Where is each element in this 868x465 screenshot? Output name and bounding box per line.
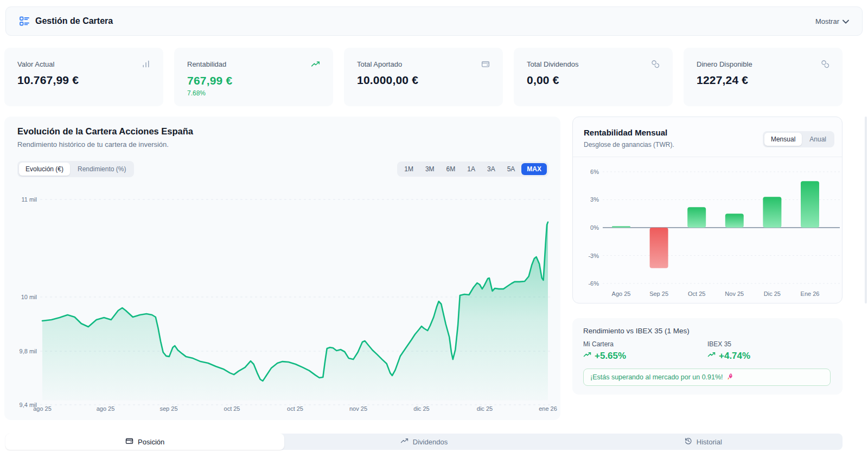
monthly-returns-chart: 6%3%0%-3%-6% Ago 25Sep 25Oct 25Nov 25Dic… bbox=[573, 159, 843, 301]
svg-text:oct 25: oct 25 bbox=[224, 405, 240, 412]
tab-historial[interactable]: Historial bbox=[564, 434, 843, 450]
outperforming-text: ¡Estás superando al mercado por un 0.91%… bbox=[590, 373, 723, 381]
svg-text:nov 25: nov 25 bbox=[349, 405, 367, 412]
stat-value: 767,99 € bbox=[187, 74, 320, 87]
svg-text:0%: 0% bbox=[590, 224, 599, 231]
svg-text:Ago 25: Ago 25 bbox=[612, 290, 631, 297]
show-label: Mostrar bbox=[815, 17, 839, 25]
trending-up-icon bbox=[583, 351, 591, 361]
svg-text:oct 25: oct 25 bbox=[287, 405, 303, 412]
wallet-icon bbox=[481, 60, 490, 68]
page-title: Gestión de Cartera bbox=[35, 16, 113, 26]
page-header: Gestión de Cartera Mostrar bbox=[5, 7, 863, 36]
stat-card-total-dividendos: Total Dividendos 0,00 € bbox=[514, 48, 673, 106]
stat-label: Total Dividendos bbox=[527, 60, 578, 68]
monthly-subtitle: Desglose de ganancias (TWR). bbox=[584, 141, 674, 148]
stat-value: 0,00 € bbox=[527, 74, 660, 87]
stat-value: 10.000,00 € bbox=[357, 74, 490, 87]
stat-value: 10.767,99 € bbox=[17, 74, 150, 87]
chevron-down-icon bbox=[843, 17, 849, 25]
stat-label: Total Aportado bbox=[357, 60, 402, 68]
stats-row: Valor Actual 10.767,99 € Rentabilidad 76… bbox=[4, 48, 843, 106]
wallet-icon bbox=[125, 437, 133, 447]
monthly-title: Rentabilidad Mensual bbox=[584, 128, 667, 137]
outperforming-message: ¡Estás superando al mercado por un 0.91%… bbox=[583, 369, 831, 386]
stat-card-dinero-disponible: Dinero Disponible 1227,24 € bbox=[684, 48, 843, 106]
tab-posicion[interactable]: Posición bbox=[5, 434, 284, 450]
monthly-period-toggle: Mensual Anual bbox=[763, 131, 834, 147]
svg-text:-6%: -6% bbox=[588, 280, 599, 287]
svg-text:dic 25: dic 25 bbox=[477, 405, 493, 412]
layout-list-icon bbox=[19, 16, 30, 27]
evolution-panel: Evolución de la Cartera Acciones España … bbox=[4, 117, 560, 420]
toggle-anual[interactable]: Anual bbox=[803, 133, 833, 146]
svg-text:3%: 3% bbox=[590, 196, 599, 203]
ibex-block: IBEX 35 +4.74% bbox=[707, 340, 832, 361]
scrollbar[interactable] bbox=[865, 117, 867, 303]
mi-cartera-value: +5.65% bbox=[595, 351, 626, 361]
svg-text:Oct 25: Oct 25 bbox=[688, 290, 705, 297]
stat-label: Rentabilidad bbox=[187, 60, 226, 68]
ibex-value: +4.74% bbox=[719, 351, 750, 361]
tab-label: Dividendos bbox=[413, 438, 448, 446]
portfolio-evolution-chart: 11 mil10 mil9,8 mil9,4 mil ago 25ago 25s… bbox=[4, 117, 560, 420]
stat-card-total-aportado: Total Aportado 10.000,00 € bbox=[344, 48, 503, 106]
svg-text:sep 25: sep 25 bbox=[159, 405, 177, 412]
svg-text:ago 25: ago 25 bbox=[97, 405, 115, 412]
divider bbox=[573, 157, 842, 157]
trending-up-icon bbox=[311, 60, 320, 69]
svg-text:ene 26: ene 26 bbox=[539, 405, 557, 412]
stat-label: Valor Actual bbox=[17, 60, 54, 68]
svg-text:dic 25: dic 25 bbox=[413, 405, 429, 412]
toggle-mensual[interactable]: Mensual bbox=[764, 133, 802, 146]
svg-text:Nov 25: Nov 25 bbox=[725, 290, 744, 297]
stat-card-valor-actual: Valor Actual 10.767,99 € bbox=[4, 48, 163, 106]
bottom-tab-bar: Posición Dividendos Historial bbox=[5, 434, 843, 450]
coins-icon bbox=[821, 60, 829, 68]
svg-text:Dic 25: Dic 25 bbox=[764, 290, 781, 297]
bar-chart-icon bbox=[142, 60, 150, 68]
history-icon bbox=[684, 437, 692, 447]
vs-ibex-panel: Rendimiento vs IBEX 35 (1 Mes) Mi Carter… bbox=[572, 318, 843, 395]
svg-text:Ene 26: Ene 26 bbox=[801, 290, 820, 297]
stat-card-rentabilidad: Rentabilidad 767,99 € 7.68% bbox=[174, 48, 333, 106]
svg-text:6%: 6% bbox=[590, 169, 599, 175]
trending-up-icon bbox=[707, 351, 716, 361]
svg-text:-3%: -3% bbox=[588, 253, 599, 259]
svg-text:9,8 mil: 9,8 mil bbox=[20, 348, 37, 354]
stat-percent: 7.68% bbox=[187, 89, 320, 97]
tab-dividendos[interactable]: Dividendos bbox=[284, 434, 563, 450]
tab-label: Posición bbox=[138, 438, 164, 446]
trending-up-icon bbox=[400, 437, 409, 447]
svg-text:10 mil: 10 mil bbox=[21, 294, 37, 300]
stat-value: 1227,24 € bbox=[697, 74, 829, 87]
svg-text:ago 25: ago 25 bbox=[33, 405, 52, 412]
svg-text:Sep 25: Sep 25 bbox=[649, 290, 668, 297]
mi-cartera-block: Mi Cartera +5.65% bbox=[583, 340, 707, 361]
svg-text:11 mil: 11 mil bbox=[21, 196, 37, 203]
ibex-label: IBEX 35 bbox=[707, 340, 832, 348]
monthly-returns-panel: Rentabilidad Mensual Desglose de gananci… bbox=[572, 117, 843, 303]
tab-label: Historial bbox=[697, 438, 722, 446]
mi-cartera-label: Mi Cartera bbox=[583, 340, 707, 348]
show-dropdown-button[interactable]: Mostrar bbox=[815, 17, 849, 25]
vs-ibex-title: Rendimiento vs IBEX 35 (1 Mes) bbox=[583, 327, 832, 335]
stat-label: Dinero Disponible bbox=[697, 60, 752, 68]
coins-icon bbox=[651, 60, 660, 68]
rocket-icon bbox=[726, 373, 733, 382]
